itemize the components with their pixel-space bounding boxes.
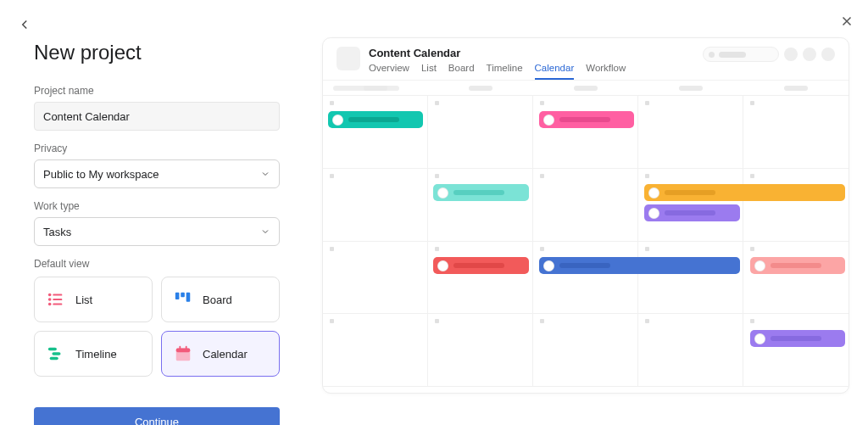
tab-workflow[interactable]: Workflow xyxy=(586,63,626,80)
skeleton-avatar xyxy=(784,48,798,61)
day-marker xyxy=(645,247,649,251)
avatar xyxy=(437,187,448,199)
list-icon xyxy=(47,290,65,309)
day-marker xyxy=(645,101,649,105)
day-marker xyxy=(330,174,334,178)
svg-rect-10 xyxy=(52,352,60,355)
avatar xyxy=(543,115,554,126)
view-option-calendar[interactable]: Calendar xyxy=(161,331,280,377)
svg-rect-11 xyxy=(50,357,58,361)
day-marker xyxy=(330,319,334,323)
view-option-list[interactable]: List xyxy=(34,277,153,322)
calendar-cell xyxy=(743,169,849,242)
calendar-cell xyxy=(533,242,638,315)
calendar-cell xyxy=(428,314,533,387)
calendar-cell xyxy=(533,96,638,169)
board-icon xyxy=(174,290,192,309)
privacy-label: Privacy xyxy=(34,143,280,154)
avatar xyxy=(332,115,343,126)
day-marker xyxy=(540,247,544,251)
svg-rect-15 xyxy=(186,346,187,350)
day-marker xyxy=(750,174,754,178)
project-name-input[interactable] xyxy=(34,102,280,131)
calendar-cell xyxy=(323,314,428,387)
tab-list[interactable]: List xyxy=(421,63,437,80)
chevron-down-icon xyxy=(260,169,270,179)
tab-board[interactable]: Board xyxy=(448,63,475,80)
avatar xyxy=(754,260,765,271)
work-type-label: Work type xyxy=(34,200,280,212)
avatar xyxy=(648,187,659,199)
calendar-cell xyxy=(533,169,638,242)
event-title-skeleton xyxy=(453,190,504,195)
close-icon xyxy=(839,14,854,29)
day-marker xyxy=(435,101,439,105)
preview-toolbar-skeleton xyxy=(703,47,835,62)
calendar-event[interactable] xyxy=(750,330,845,347)
calendar-event[interactable] xyxy=(644,184,845,201)
day-marker xyxy=(330,101,334,105)
tab-overview[interactable]: Overview xyxy=(369,63,409,80)
day-header-skeleton xyxy=(469,86,492,91)
skeleton-avatar xyxy=(803,48,816,61)
default-view-label: Default view xyxy=(34,258,280,270)
skeleton-avatar xyxy=(821,48,835,61)
event-title-skeleton xyxy=(348,117,399,122)
event-title-skeleton xyxy=(665,210,715,215)
calendar-cell xyxy=(428,96,533,169)
svg-point-2 xyxy=(48,298,52,301)
calendar-cell xyxy=(323,96,428,169)
back-button[interactable] xyxy=(17,17,32,32)
view-option-timeline[interactable]: Timeline xyxy=(34,331,153,377)
view-option-label: Board xyxy=(203,294,232,306)
calendar-preview: Content Calendar Overview List Board Tim… xyxy=(322,37,849,394)
calendar-cell xyxy=(323,169,428,242)
calendar-cell xyxy=(638,242,743,315)
calendar-event[interactable] xyxy=(433,184,528,201)
day-header-skeleton xyxy=(784,86,808,91)
avatar xyxy=(648,208,659,219)
day-marker xyxy=(540,174,544,178)
work-type-value: Tasks xyxy=(43,226,71,238)
calendar-cell xyxy=(428,242,533,315)
view-option-board[interactable]: Board xyxy=(161,277,280,322)
event-title-skeleton xyxy=(559,263,610,268)
avatar xyxy=(754,333,765,344)
calendar-cell xyxy=(638,314,743,387)
svg-rect-3 xyxy=(53,299,62,300)
day-header-skeleton xyxy=(364,86,387,91)
calendar-event[interactable] xyxy=(433,257,528,274)
calendar-cell xyxy=(743,242,849,315)
close-button[interactable] xyxy=(839,14,854,29)
event-title-skeleton xyxy=(559,117,610,122)
calendar-grid xyxy=(323,95,849,387)
calendar-event[interactable] xyxy=(750,257,845,274)
day-header-skeleton xyxy=(574,86,598,91)
day-marker xyxy=(750,101,754,105)
arrow-left-icon xyxy=(17,17,32,32)
tab-timeline[interactable]: Timeline xyxy=(487,63,523,80)
calendar-event[interactable] xyxy=(539,111,634,128)
day-marker xyxy=(435,174,439,178)
calendar-cell xyxy=(743,96,849,169)
chevron-down-icon xyxy=(260,226,270,237)
avatar xyxy=(543,260,554,271)
event-title-skeleton xyxy=(453,263,504,268)
skeleton-pill xyxy=(703,47,779,62)
avatar xyxy=(437,260,448,271)
calendar-event[interactable] xyxy=(328,111,423,128)
calendar-cell xyxy=(533,314,638,387)
day-marker xyxy=(645,174,649,178)
page-title: New project xyxy=(34,41,280,64)
privacy-value: Public to My workspace xyxy=(43,168,159,181)
calendar-event[interactable] xyxy=(539,257,740,274)
day-marker xyxy=(645,319,649,323)
continue-button[interactable]: Continue xyxy=(34,407,280,425)
calendar-cell xyxy=(323,242,428,315)
tab-calendar[interactable]: Calendar xyxy=(535,63,575,80)
privacy-select[interactable]: Public to My workspace xyxy=(34,159,280,188)
svg-point-0 xyxy=(48,294,52,297)
timeline-icon xyxy=(47,344,65,363)
calendar-event[interactable] xyxy=(644,204,739,221)
work-type-select[interactable]: Tasks xyxy=(34,217,280,246)
